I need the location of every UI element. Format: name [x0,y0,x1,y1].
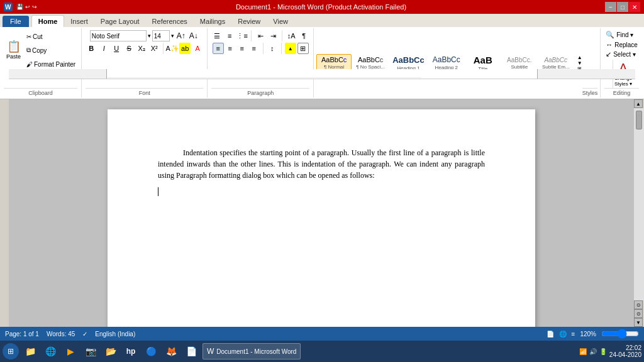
qa-redo-icon[interactable]: ↪ [32,4,37,10]
scrollbar-vertical[interactable]: ▲ ⊙ ⊙ ▼ [634,99,644,327]
taskbar-firefox[interactable]: 🦊 [162,343,180,360]
scroll-up-button[interactable]: ▲ [634,99,643,108]
taskbar-ie[interactable]: 🌐 [42,343,59,360]
taskbar-explorer[interactable]: 📁 [21,343,39,360]
tab-insert[interactable]: Insert [64,16,94,27]
paste-button[interactable]: 📋 Paste [4,33,23,68]
styles-row: AaBbCc ¶ Normal AaBbCc ¶ No Spaci... AaB… [316,30,582,96]
document-area[interactable]: Indentation specifies the starting point… [9,99,634,327]
tab-review[interactable]: Review [231,16,267,27]
document-content[interactable]: Indentation specifies the starting point… [158,147,485,197]
text-cursor [158,187,158,196]
tab-view[interactable]: View [267,16,294,27]
qa-save-icon[interactable]: 💾 [16,4,23,10]
format-painter-button[interactable]: 🖌 Format Painter [25,58,77,70]
sep5 [281,43,282,54]
paragraph-text[interactable]: Indentation specifies the starting point… [158,147,485,181]
font-size-chevron2[interactable]: ▾ [171,33,174,39]
quick-access-icons: 💾 ↩ ↪ [15,4,37,10]
taskbar-word-app[interactable]: W Document1 - Microsoft Word [203,343,301,359]
subscript-button[interactable]: X₂ [136,43,147,54]
minimize-button[interactable]: − [605,2,616,12]
text-effect-button[interactable]: A✨ [167,43,178,54]
line-spacing-button[interactable]: ↕ [267,43,278,54]
clipboard-group: 📋 Paste ✂ Cut ⧉ Copy 🖌 Format Painter Cl… [0,28,82,97]
scroll-down-button[interactable]: ▼ [634,318,643,327]
align-center-button[interactable]: ≡ [225,43,236,54]
increase-indent-button[interactable]: ⇥ [267,30,279,41]
bold-button[interactable]: B [86,43,97,54]
shading-button[interactable]: ▲ [285,43,296,54]
underline-button[interactable]: U [111,43,122,54]
view-print-icon[interactable]: 📄 [547,331,554,337]
multilevel-button[interactable]: ⋮≡ [236,30,248,41]
ribbon: 📋 Paste ✂ Cut ⧉ Copy 🖌 Format Painter Cl… [0,27,644,99]
taskbar-acrobat[interactable]: 📄 [182,343,200,360]
border-button[interactable]: ⊞ [297,43,309,54]
tab-page-layout[interactable]: Page Layout [94,16,146,27]
sort-button[interactable]: ↕A [286,30,297,41]
zoom-slider[interactable] [601,330,639,337]
window-controls: − □ ✕ [605,2,640,12]
title-bar: W 💾 ↩ ↪ Document1 - Microsoft Word (Prod… [0,0,644,14]
shrink-font-button[interactable]: A↓ [188,30,199,41]
maximize-button[interactable]: □ [617,2,628,12]
taskbar-media[interactable]: ▶ [62,343,79,360]
bullets-button[interactable]: ☰ [211,30,223,41]
prev-page-button[interactable]: ⊙ [634,300,643,309]
tab-file[interactable]: File [3,16,29,27]
justify-button[interactable]: ≡ [248,43,260,54]
volume-icon: 🔊 [589,348,597,355]
select-button[interactable]: ↙ Select ▾ [606,50,638,58]
close-button[interactable]: ✕ [629,2,640,12]
taskbar-camera[interactable]: 📷 [82,343,99,360]
spell-check-icon[interactable]: ✓ [82,331,87,337]
date-display: 24-04-2020 [609,351,641,358]
font-size-input[interactable] [152,30,170,41]
taskbar-time: 22:02 24-04-2020 [609,344,641,358]
grow-font-button[interactable]: A↑ [175,30,187,41]
cut-button[interactable]: ✂ Cut [25,30,77,43]
scroll-thumb[interactable] [636,111,642,129]
tab-references[interactable]: References [146,16,194,27]
language[interactable]: English (India) [95,331,135,337]
taskbar-chrome[interactable]: 🔵 [142,343,160,360]
start-button[interactable]: ⊞ [3,343,19,359]
editing-label: Editing [604,88,639,96]
styles-down-button[interactable]: ▼ [577,60,582,66]
align-left-button[interactable]: ≡ [213,43,224,54]
document-page[interactable]: Indentation specifies the starting point… [108,109,535,327]
find-button[interactable]: 🔍 Find ▾ [606,31,638,39]
view-web-icon[interactable]: 🌐 [559,331,567,337]
tab-home[interactable]: Home [31,15,65,27]
scroll-track[interactable] [634,108,644,300]
font-name-input[interactable] [90,30,147,41]
taskbar-folder[interactable]: 📂 [102,343,119,360]
numbering-button[interactable]: ≡ [224,30,235,41]
strikethrough-button[interactable]: S [123,43,135,54]
word-icon: W [4,3,13,11]
taskbar-word-label: Document1 - Microsoft Word [216,348,296,355]
copy-button[interactable]: ⧉ Copy [25,44,77,57]
title-bar-left: W 💾 ↩ ↪ [4,3,37,11]
next-page-button[interactable]: ⊙ [634,309,643,318]
editing-group: 🔍 Find ▾ ↔ Replace ↙ Select ▾ A ChangeSt… [601,28,643,97]
qa-undo-icon[interactable]: ↩ [25,4,30,10]
font-color-button[interactable]: A [192,43,203,54]
view-outline-icon[interactable]: ≡ [572,331,575,337]
align-right-button[interactable]: ≡ [236,43,248,54]
highlight-button[interactable]: ab [179,43,191,54]
paste-icon: 📋 [7,41,21,52]
taskbar-hp[interactable]: hp [122,343,140,360]
font-size-chevron[interactable]: ▾ [148,33,151,39]
italic-button[interactable]: I [98,43,109,54]
superscript-button[interactable]: X² [148,43,160,54]
tab-mailings[interactable]: Mailings [194,16,231,27]
styles-up-button[interactable]: ▲ [577,55,582,60]
decrease-indent-button[interactable]: ⇤ [255,30,266,41]
zoom-level: 120% [580,331,596,337]
select-icon: ↙ [606,50,611,58]
replace-button[interactable]: ↔ Replace [606,41,638,48]
show-hide-button[interactable]: ¶ [298,30,309,41]
separator1 [163,43,164,54]
